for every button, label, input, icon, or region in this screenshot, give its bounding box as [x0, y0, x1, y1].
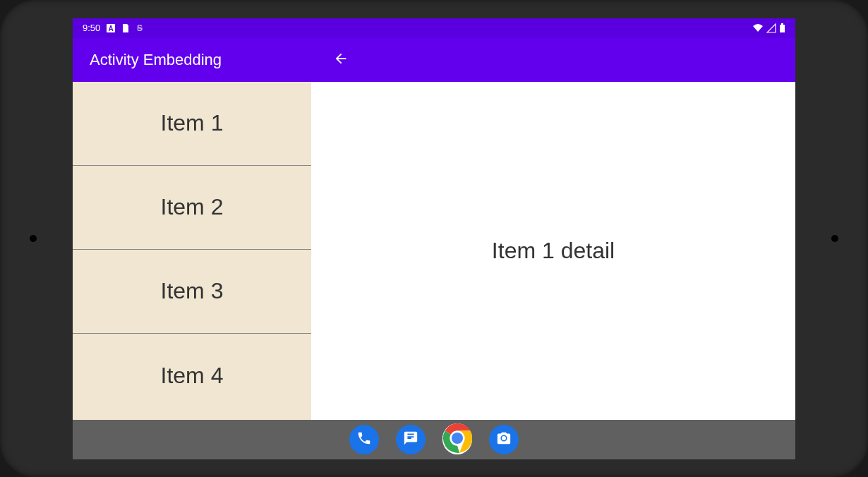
status-icon-file	[121, 23, 130, 33]
navigation-bar	[73, 420, 795, 459]
list-item-label: Item 1	[161, 110, 224, 136]
detail-pane: Item 1 detail	[311, 82, 795, 420]
status-bar-left: 9:50 A S	[83, 23, 144, 33]
list-item-label: Item 3	[161, 278, 224, 304]
svg-rect-4	[780, 25, 785, 32]
svg-rect-5	[781, 23, 783, 25]
list-pane[interactable]: Item 1 Item 2 Item 3 Item 4	[73, 82, 311, 420]
nav-app-phone[interactable]	[349, 425, 379, 454]
arrow-back-icon	[333, 51, 349, 69]
status-bar: 9:50 A S	[73, 18, 795, 38]
list-item-3[interactable]: Item 3	[73, 250, 311, 334]
camera-icon	[496, 430, 512, 449]
app-bar: Activity Embedding	[73, 38, 795, 82]
list-item-4[interactable]: Item 4	[73, 334, 311, 418]
status-icon-s: S	[135, 23, 144, 33]
status-bar-right	[752, 23, 785, 33]
chrome-icon	[442, 423, 472, 456]
nav-app-messages[interactable]	[396, 425, 426, 454]
list-item-2[interactable]: Item 2	[73, 166, 311, 250]
battery-icon	[779, 23, 785, 33]
list-item-1[interactable]: Item 1	[73, 82, 311, 166]
nav-app-camera[interactable]	[489, 425, 519, 454]
tablet-device-frame: 9:50 A S	[0, 0, 868, 477]
messages-icon	[403, 430, 418, 449]
app-bar-title: Activity Embedding	[73, 51, 222, 69]
status-time: 9:50	[83, 23, 100, 33]
back-button[interactable]	[327, 46, 355, 74]
list-item-label: Item 2	[161, 194, 224, 220]
content-area: Item 1 Item 2 Item 3 Item 4 Item 1 detai…	[73, 82, 795, 420]
signal-icon	[766, 23, 776, 33]
phone-icon	[356, 430, 372, 449]
svg-point-8	[452, 433, 463, 444]
svg-text:A: A	[109, 25, 114, 32]
wifi-icon	[752, 23, 764, 33]
screen: 9:50 A S	[73, 18, 795, 459]
detail-text: Item 1 detail	[492, 238, 615, 264]
list-item-label: Item 4	[161, 363, 224, 389]
nav-app-chrome[interactable]	[442, 425, 472, 454]
status-icon-a: A	[106, 23, 116, 33]
